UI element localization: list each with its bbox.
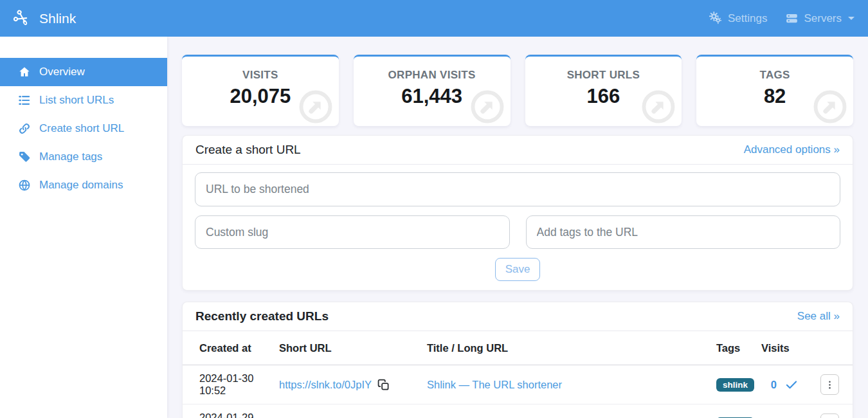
- sidebar-item-manage-domains[interactable]: Manage domains: [0, 171, 167, 199]
- nav-settings-label: Settings: [728, 12, 767, 25]
- brand-link[interactable]: Shlink: [14, 10, 76, 27]
- col-header-tags: Tags: [711, 331, 756, 365]
- nav-servers-dropdown[interactable]: Servers: [785, 12, 854, 25]
- tag-badge[interactable]: shlink: [716, 378, 754, 392]
- gears-icon: [709, 12, 723, 25]
- stat-card-short-urls[interactable]: SHORT URLS 166: [525, 55, 682, 126]
- slug-tags-row: [195, 215, 840, 249]
- sidebar-item-overview[interactable]: Overview: [0, 58, 167, 86]
- recent-card-header: Recently created URLs See all »: [183, 302, 853, 331]
- see-all-link[interactable]: See all »: [797, 310, 840, 323]
- arrow-up-right-circle-icon: [813, 89, 847, 124]
- stat-card-visits[interactable]: VISITS 20,075: [182, 55, 339, 126]
- create-card-title: Create a short URL: [195, 143, 301, 157]
- stat-title: TAGS: [696, 69, 853, 82]
- check-icon: [785, 378, 798, 391]
- advanced-options-link[interactable]: Advanced options »: [744, 143, 840, 156]
- list-icon: [18, 94, 31, 107]
- arrow-up-right-circle-icon: [298, 89, 333, 124]
- arrow-up-right-circle-icon: [641, 89, 676, 124]
- created-at-cell: 2024-01-29 19:20: [183, 404, 274, 418]
- recently-created-urls-card: Recently created URLs See all » Created …: [182, 302, 853, 418]
- recent-card-title: Recently created URLs: [195, 309, 329, 323]
- created-at-cell: 2024-01-30 10:52: [183, 365, 274, 404]
- custom-slug-input[interactable]: [195, 215, 510, 249]
- sidebar-item-create-short-url[interactable]: Create short URL: [0, 114, 167, 143]
- col-header-title-long-url: Title / Long URL: [422, 331, 711, 365]
- sidebar-item-label: Manage domains: [39, 179, 123, 192]
- top-navbar: Shlink: [0, 0, 868, 37]
- visits-count-link[interactable]: 0: [761, 379, 777, 391]
- stat-title: SHORT URLS: [525, 69, 682, 82]
- recent-urls-table: Created at Short URL Title / Long URL Ta…: [183, 331, 853, 418]
- col-header-actions: [815, 331, 853, 365]
- sidebar-item-manage-tags[interactable]: Manage tags: [0, 143, 167, 171]
- save-row: Save: [195, 258, 840, 281]
- tag-icon: [18, 150, 31, 163]
- create-card-header: Create a short URL Advanced options »: [183, 136, 853, 165]
- save-button[interactable]: Save: [495, 258, 541, 281]
- sidebar-item-label: List short URLs: [39, 94, 114, 107]
- table-row: 2024-01-29 19:20 https://slnk.to/v4.0.0-…: [183, 404, 853, 418]
- short-url-link[interactable]: https://slnk.to/0JpIY: [279, 379, 372, 391]
- copy-icon[interactable]: [377, 379, 390, 391]
- stat-title: VISITS: [182, 69, 339, 82]
- stat-title: ORPHAN VISITS: [354, 69, 511, 82]
- row-menu-kebab-icon[interactable]: [820, 374, 839, 395]
- navbar-menu: Settings Servers: [709, 12, 854, 25]
- table-row: 2024-01-30 10:52 https://slnk.to/0JpIY: [183, 365, 853, 404]
- brand-label: Shlink: [39, 11, 76, 26]
- stats-row: VISITS 20,075 ORPHAN VISITS 61,443: [182, 55, 853, 126]
- stat-card-tags[interactable]: TAGS 82: [696, 55, 853, 126]
- long-url-title-link[interactable]: Shlink — The URL shortener: [427, 379, 562, 390]
- add-tags-input[interactable]: [526, 215, 841, 249]
- sidebar-item-label: Manage tags: [39, 150, 102, 163]
- sidebar: Overview List short URLs Create short UR…: [0, 37, 167, 418]
- short-url-cell: https://slnk.to/0JpIY: [279, 379, 417, 391]
- servers-icon: [785, 12, 799, 25]
- sidebar-item-label: Overview: [39, 66, 85, 78]
- link-icon: [18, 122, 31, 135]
- row-menu-kebab-icon[interactable]: [820, 413, 839, 418]
- scissors-link-logo-icon: [14, 10, 31, 27]
- visits-cell: 0: [761, 378, 810, 391]
- home-icon: [18, 66, 31, 78]
- table-header-row: Created at Short URL Title / Long URL Ta…: [183, 331, 853, 365]
- overview-page: VISITS 20,075 ORPHAN VISITS 61,443: [167, 37, 868, 418]
- url-to-shorten-input[interactable]: [195, 172, 840, 206]
- globe-icon: [18, 179, 31, 192]
- col-header-short-url: Short URL: [274, 331, 422, 365]
- sidebar-item-label: Create short URL: [39, 122, 124, 135]
- create-short-url-card: Create a short URL Advanced options » Sa…: [182, 135, 853, 291]
- stat-card-orphan-visits[interactable]: ORPHAN VISITS 61,443: [354, 55, 511, 126]
- nav-servers-label: Servers: [804, 12, 842, 25]
- col-header-visits: Visits: [756, 331, 815, 365]
- create-card-body: Save: [183, 165, 853, 290]
- arrow-up-right-circle-icon: [470, 89, 505, 124]
- col-header-created-at: Created at: [183, 331, 274, 365]
- nav-settings[interactable]: Settings: [709, 12, 767, 25]
- sidebar-item-list-short-urls[interactable]: List short URLs: [0, 86, 167, 114]
- caret-down-icon: [848, 17, 854, 20]
